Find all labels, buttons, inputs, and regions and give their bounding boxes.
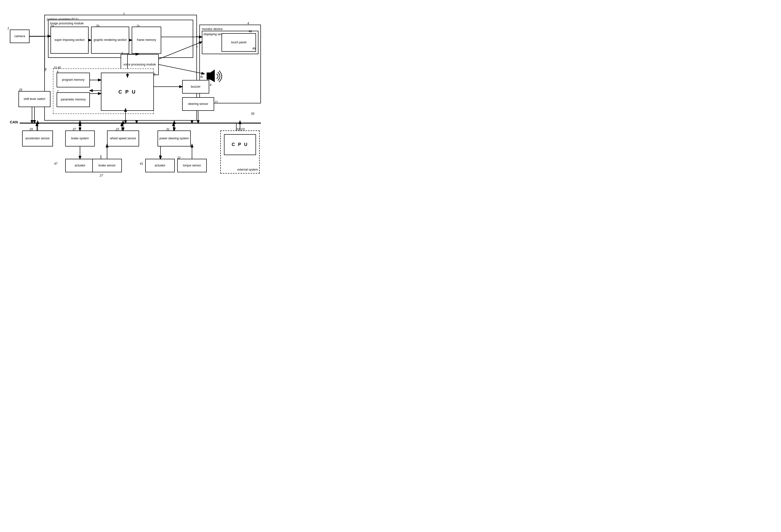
- cpu-main-box: C P U: [101, 73, 154, 111]
- ref-21: 21: [215, 100, 218, 104]
- ref-2b: 2b: [96, 24, 99, 28]
- ref-27: 27: [100, 174, 103, 177]
- cpu-external-box: C P U: [224, 134, 256, 155]
- ref-8: 8: [210, 83, 211, 87]
- ref-22: 22: [177, 156, 180, 160]
- power-steering-box: power steering system: [158, 130, 191, 147]
- program-memory-box: program memory: [56, 73, 90, 87]
- accelerator-sensor-box: accelerator sensor: [22, 130, 53, 147]
- ref-10-40: 10,40: [53, 66, 61, 70]
- ref-4a: 4a: [249, 30, 252, 33]
- graphic-rendering-box: graphic rendering section: [91, 27, 129, 54]
- ref-31: 31: [166, 127, 169, 131]
- ref-33: 33(10): [236, 127, 245, 131]
- actuator1-box: actuator: [65, 159, 95, 172]
- wheel-speed-sensor-box: wheel speed sensor: [107, 130, 139, 147]
- ref-50: 50: [251, 112, 254, 116]
- ref-5: 5: [154, 73, 156, 76]
- image-processing-label: image processing module: [50, 22, 84, 26]
- ref-4: 4: [247, 22, 249, 25]
- brake-sensor-box: brake sensor: [92, 159, 122, 172]
- ref-37: 37: [73, 127, 76, 131]
- super-imposing-box: super imposing section: [50, 27, 89, 54]
- ref-25: 25: [19, 88, 22, 92]
- ref-camera: 1: [7, 27, 9, 30]
- torque-sensor-box: torque sensor: [177, 159, 207, 172]
- ref-3: 3: [121, 52, 123, 55]
- brake-system-box: brake system: [65, 130, 95, 147]
- ref-23: 23: [116, 127, 119, 131]
- ref-2c: 2c: [136, 24, 140, 28]
- ref-47: 47: [54, 162, 57, 165]
- touch-panel-box: touch panel: [221, 33, 256, 52]
- ref-2a: 2a: [50, 24, 54, 28]
- parameter-memory-box: parameter memory: [56, 92, 90, 107]
- ref-4c: 4c: [200, 75, 203, 79]
- ref-ecu: 2: [123, 12, 125, 16]
- camera-box: camera: [10, 30, 30, 43]
- ref-6: 6: [57, 70, 58, 74]
- ref-9: 9: [45, 68, 46, 71]
- ref-29: 29: [30, 127, 33, 131]
- ref-7: 7: [57, 90, 58, 93]
- steering-sensor-box: steering sensor: [182, 97, 214, 111]
- buzzer-box: buzzer: [182, 80, 209, 93]
- diagram: camera 1 parking assisting ECU 2 image p…: [5, 5, 266, 182]
- frame-memory-box: frame memory: [132, 27, 161, 54]
- shift-lever-switch-box: shift lever switch: [18, 91, 50, 107]
- ref-4b: 4b: [252, 47, 255, 50]
- can-bus-label: CAN: [10, 120, 18, 124]
- actuator2-box: actuator: [145, 159, 175, 172]
- ref-41: 41: [140, 162, 143, 165]
